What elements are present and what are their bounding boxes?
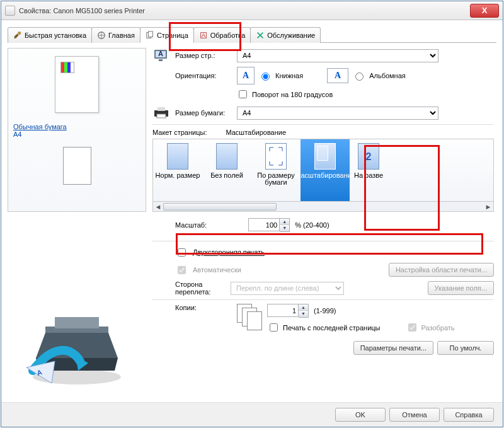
rotate180-row: Поворот на 180 градусов: [215, 88, 494, 100]
portrait-label: Книжная: [275, 72, 303, 79]
layout-item-multi[interactable]: 2На разве: [350, 139, 387, 201]
scroll-right-arrow[interactable]: ►: [483, 203, 493, 211]
layout-item-borderless[interactable]: Без полей: [202, 139, 251, 201]
help-button[interactable]: Справка: [444, 408, 494, 422]
layout-item-label: По размеру бумаги: [251, 172, 301, 186]
duplex-checkbox[interactable]: [178, 248, 186, 257]
printer-illustration: A: [8, 298, 146, 393]
collate-label: Разобрать: [421, 324, 455, 332]
scale-row: Масштаб: ▲▼ % (20-400): [152, 218, 494, 232]
monitor-icon: A: [152, 48, 170, 63]
orientation-label: Ориентация:: [175, 72, 232, 79]
binding-side-label: Сторона переплета:: [175, 281, 226, 296]
page-preview-thumb: [55, 56, 99, 113]
landscape-label: Альбомная: [369, 72, 406, 79]
window-title: Свойства: Canon MG5100 series Printer: [19, 7, 470, 14]
spin-up[interactable]: ▲: [280, 219, 289, 225]
paper-size-row: Размер бумаги: A4: [152, 105, 494, 120]
pages-icon: [146, 31, 154, 40]
tab-page[interactable]: Страница: [140, 27, 194, 43]
portrait-radio[interactable]: [261, 72, 270, 81]
copies-up[interactable]: ▲: [299, 304, 308, 311]
orientation-row: Ориентация: A Книжная A Альбомная: [152, 67, 494, 84]
layout-item-normal[interactable]: Норм. размер: [153, 139, 202, 201]
portrait-icon: A: [237, 67, 255, 84]
printer-properties-window: Свойства: Canon MG5100 series Printer X …: [1, 1, 503, 427]
layout-item-fit[interactable]: По размеру бумаги: [251, 139, 301, 201]
copies-icon: [237, 304, 262, 329]
small-page-preview: [63, 147, 91, 185]
layout-selected-name: Масштабирование: [226, 129, 286, 136]
layout-item-label: Масштабирование: [295, 172, 355, 179]
globe-icon: [97, 31, 106, 40]
copies-range: (1-999): [314, 307, 336, 315]
tab-label: Быстрая установка: [25, 32, 86, 39]
paper-size-select[interactable]: A4: [237, 107, 438, 120]
dialog-footer: OK Отмена Справка: [1, 402, 503, 427]
preview-info: Обычная бумага A4: [13, 123, 140, 138]
landscape-icon: A: [327, 68, 348, 83]
svg-text:A: A: [202, 32, 206, 38]
rotate180-checkbox[interactable]: [239, 90, 247, 98]
page-size-select[interactable]: A4: [237, 49, 438, 62]
svg-rect-16: [158, 107, 165, 111]
landscape-radio[interactable]: [355, 72, 364, 81]
printer-icon: [152, 105, 170, 120]
preview-paper-type: Обычная бумага: [13, 123, 67, 130]
binding-side-select: Перепл. по длине (слева): [231, 282, 344, 295]
svg-rect-3: [148, 31, 152, 37]
preview-panel: Обычная бумага A4: [8, 48, 146, 212]
layout-label: Макет страницы:: [152, 129, 207, 136]
copies-input[interactable]: [267, 304, 299, 317]
layout-item-label: На разве: [354, 172, 383, 179]
tab-quick-setup[interactable]: Быстрая установка: [8, 27, 92, 43]
scroll-left-arrow[interactable]: ◄: [153, 203, 163, 211]
auto-duplex-label: Автоматически: [193, 266, 241, 274]
page-size-row: A Размер стр.: A4: [152, 48, 494, 63]
paper-size-label: Размер бумаги:: [175, 109, 232, 117]
layout-item-label: Без полей: [210, 172, 243, 179]
tools-icon: [256, 31, 265, 40]
svg-rect-17: [157, 114, 166, 118]
preview-paper-size: A4: [13, 130, 140, 138]
layout-item-scaled[interactable]: Масштабирование: [301, 139, 350, 201]
scale-input[interactable]: [248, 218, 280, 231]
from-last-label: Печать с последней страницы: [283, 324, 381, 332]
copies-down[interactable]: ▼: [299, 311, 308, 317]
defaults-button[interactable]: По умолч.: [437, 341, 494, 355]
close-button[interactable]: X: [470, 4, 499, 18]
duplex-label: Двухсторонняя печать: [193, 248, 265, 256]
wrench-icon: [13, 31, 22, 40]
print-params-button[interactable]: Параметры печати...: [353, 341, 433, 355]
tab-processing[interactable]: A Обработка: [193, 27, 251, 43]
svg-rect-14: [159, 59, 163, 61]
app-icon: [5, 6, 15, 16]
svg-rect-7: [55, 317, 99, 328]
copies-spinner[interactable]: ▲▼: [267, 304, 309, 318]
tab-label: Страница: [157, 32, 188, 39]
copies-label: Копии:: [175, 304, 232, 311]
titlebar: Свойства: Canon MG5100 series Printer X: [1, 1, 503, 20]
tab-label: Главная: [108, 32, 135, 39]
from-last-checkbox[interactable]: [270, 323, 278, 332]
cancel-button[interactable]: Отмена: [389, 408, 440, 422]
tab-strip: Быстрая установка Главная Страница A Обр…: [8, 26, 496, 43]
layout-scrollbar[interactable]: ◄ ►: [152, 202, 494, 212]
page-size-label: Размер стр.:: [175, 52, 232, 59]
tab-maintenance[interactable]: Обслуживание: [250, 27, 321, 43]
rotate180-label: Поворот на 180 градусов: [252, 91, 333, 98]
scroll-thumb[interactable]: [163, 203, 277, 211]
tab-label: Обработка: [210, 32, 245, 39]
stamp-icon: A: [199, 31, 208, 40]
layout-item-label: Норм. размер: [156, 172, 200, 179]
tab-label: Обслуживание: [267, 32, 315, 39]
spin-down[interactable]: ▼: [280, 225, 289, 231]
svg-text:A: A: [158, 50, 163, 57]
scale-spinner[interactable]: ▲▼: [248, 218, 290, 232]
tab-main[interactable]: Главная: [91, 27, 140, 43]
layout-gallery: Норм. размер Без полей По размеру бумаги…: [152, 139, 494, 202]
scale-label: Масштаб:: [175, 221, 207, 229]
ok-button[interactable]: OK: [335, 408, 386, 422]
scale-range: % (20-400): [295, 221, 329, 229]
print-area-button: Настройка области печати...: [389, 263, 494, 277]
